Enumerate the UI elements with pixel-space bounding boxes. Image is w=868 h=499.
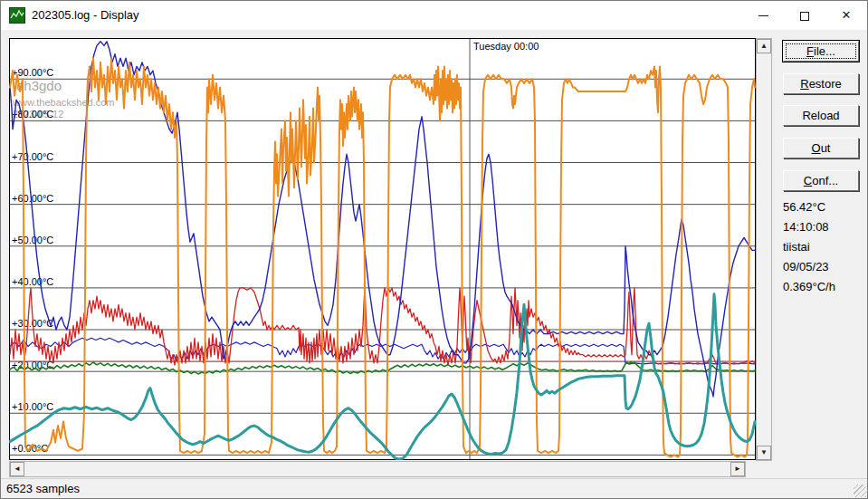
y-tick-label: +10.00°C xyxy=(12,401,53,412)
close-button[interactable]: ✕ xyxy=(825,1,867,30)
readout-temperature: 56.42°C xyxy=(783,197,866,217)
file-button[interactable]: File... xyxy=(783,41,859,62)
status-bar: 6523 samples xyxy=(1,478,867,498)
app-icon xyxy=(9,7,25,24)
y-tick-label: +80.00°C xyxy=(12,109,53,120)
window-title: 202305.log - Display xyxy=(32,8,139,22)
y-tick-label: +60.00°C xyxy=(12,193,53,204)
plot-border xyxy=(10,39,756,460)
app-window: 202305.log - Display ✕ Tuesday 00:00oh3g… xyxy=(0,0,868,499)
restore-button[interactable]: Restore xyxy=(783,73,859,94)
readout-rate: 0.369°C/h xyxy=(783,277,866,297)
title-bar[interactable]: 202305.log - Display ✕ xyxy=(1,1,867,30)
scroll-up-icon[interactable]: ▲ xyxy=(757,39,771,53)
resize-grip-icon[interactable] xyxy=(854,485,866,497)
horizontal-scrollbar[interactable]: ◄ ► xyxy=(9,461,746,477)
y-tick-label: +70.00°C xyxy=(12,151,53,162)
sample-count: 6523 samples xyxy=(6,482,80,495)
temperature-log-chart: Tuesday 00:00oh3gdowww.thebackshed.com20… xyxy=(9,38,756,460)
scroll-left-icon[interactable]: ◄ xyxy=(10,462,24,476)
conf-button[interactable]: Conf... xyxy=(783,170,859,191)
reload-button[interactable]: Reload xyxy=(783,105,859,126)
scroll-right-icon[interactable]: ► xyxy=(730,462,745,476)
vertical-scrollbar[interactable]: ▲ ▼ xyxy=(756,38,772,461)
readout-weekday: tiistai xyxy=(783,237,866,257)
y-tick-label: +50.00°C xyxy=(12,235,53,245)
out-button[interactable]: Out xyxy=(783,138,859,158)
scroll-down-icon[interactable]: ▼ xyxy=(757,446,771,460)
readout-date: 09/05/23 xyxy=(783,257,866,277)
minimize-button[interactable] xyxy=(742,1,784,30)
chart-area[interactable]: Tuesday 00:00oh3gdowww.thebackshed.com20… xyxy=(9,38,756,460)
readout-time: 14:10:08 xyxy=(783,217,866,237)
maximize-button[interactable] xyxy=(784,1,825,30)
y-tick-label: +40.00°C xyxy=(12,276,53,287)
day-marker-label: Tuesday 00:00 xyxy=(473,41,539,52)
